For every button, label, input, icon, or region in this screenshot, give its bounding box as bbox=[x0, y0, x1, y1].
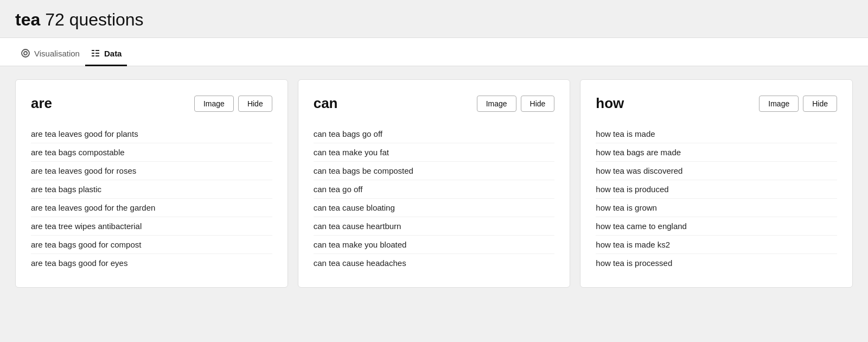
tab-visualisation-label: Visualisation bbox=[34, 49, 80, 58]
card-title-are: are bbox=[31, 95, 194, 112]
list-item: can tea go off bbox=[314, 180, 555, 199]
list-item: can tea bags be composted bbox=[314, 162, 555, 180]
list-item: can tea cause heartburn bbox=[314, 217, 555, 236]
list-item: are tea bags compostable bbox=[31, 143, 272, 162]
svg-point-1 bbox=[24, 52, 27, 55]
list-item: are tea bags plastic bbox=[31, 180, 272, 199]
card-are: areImageHideare tea leaves good for plan… bbox=[15, 79, 288, 288]
image-button-how[interactable]: Image bbox=[759, 96, 799, 112]
keyword: tea bbox=[15, 10, 40, 29]
list-item: how tea is made bbox=[596, 125, 837, 143]
card-can: canImageHidecan tea bags go offcan tea m… bbox=[298, 79, 571, 288]
card-buttons-are: ImageHide bbox=[194, 96, 272, 112]
card-title-can: can bbox=[314, 95, 477, 112]
list-item: can tea make you fat bbox=[314, 143, 555, 162]
list-item: can tea make you bloated bbox=[314, 236, 555, 254]
hide-button-how[interactable]: Hide bbox=[803, 96, 837, 112]
card-how: howImageHidehow tea is madehow tea bags … bbox=[580, 79, 853, 288]
list-item: are tea bags good for compost bbox=[31, 236, 272, 254]
hide-button-can[interactable]: Hide bbox=[521, 96, 555, 112]
list-item: how tea bags are made bbox=[596, 143, 837, 162]
list-item: are tea bags good for eyes bbox=[31, 254, 272, 272]
image-button-can[interactable]: Image bbox=[477, 96, 516, 112]
item-list-can: can tea bags go offcan tea make you fatc… bbox=[314, 125, 555, 272]
list-icon bbox=[91, 48, 100, 58]
tab-data-label: Data bbox=[104, 49, 122, 58]
page-title: tea 72 questions bbox=[15, 10, 853, 30]
list-item: can tea cause headaches bbox=[314, 254, 555, 272]
list-item: can tea bags go off bbox=[314, 125, 555, 143]
page-header: tea 72 questions bbox=[0, 0, 868, 38]
list-item: how tea is produced bbox=[596, 180, 837, 199]
item-list-are: are tea leaves good for plantsare tea ba… bbox=[31, 125, 272, 272]
card-header-are: areImageHide bbox=[31, 95, 272, 112]
list-item: how tea is made ks2 bbox=[596, 236, 837, 254]
card-buttons-can: ImageHide bbox=[477, 96, 555, 112]
svg-point-0 bbox=[22, 49, 29, 57]
columns-container: areImageHideare tea leaves good for plan… bbox=[15, 79, 853, 288]
image-button-are[interactable]: Image bbox=[194, 96, 234, 112]
card-title-how: how bbox=[596, 95, 759, 112]
list-item: can tea cause bloating bbox=[314, 199, 555, 217]
circle-icon bbox=[21, 48, 30, 58]
list-item: are tea leaves good for the garden bbox=[31, 199, 272, 217]
tabs-bar: Visualisation Data bbox=[0, 38, 868, 66]
main-content: areImageHideare tea leaves good for plan… bbox=[0, 66, 868, 342]
list-item: are tea leaves good for roses bbox=[31, 162, 272, 180]
card-header-can: canImageHide bbox=[314, 95, 555, 112]
list-item: how tea came to england bbox=[596, 217, 837, 236]
hide-button-are[interactable]: Hide bbox=[238, 96, 272, 112]
list-item: how tea is processed bbox=[596, 254, 837, 272]
list-item: how tea is grown bbox=[596, 199, 837, 217]
tab-visualisation[interactable]: Visualisation bbox=[15, 48, 85, 66]
tab-data[interactable]: Data bbox=[85, 48, 127, 66]
item-list-how: how tea is madehow tea bags are madehow … bbox=[596, 125, 837, 272]
list-item: how tea was discovered bbox=[596, 162, 837, 180]
list-item: are tea tree wipes antibacterial bbox=[31, 217, 272, 236]
list-item: are tea leaves good for plants bbox=[31, 125, 272, 143]
card-buttons-how: ImageHide bbox=[759, 96, 837, 112]
card-header-how: howImageHide bbox=[596, 95, 837, 112]
